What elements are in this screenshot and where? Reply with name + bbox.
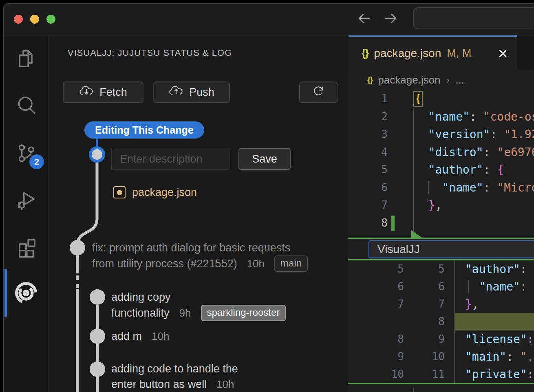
search-icon[interactable] [15,94,38,117]
extensions-icon[interactable] [15,236,38,258]
code-token: "code-oss", [483,110,534,123]
code-token: "e6976a2812" [497,145,534,159]
code-line: 4 "distro": "e6976a2812" [348,143,534,161]
code-line: 2 "name": "code-oss", [348,108,534,126]
commit-entry[interactable]: add m10h [111,328,348,344]
code-token: : [490,128,504,141]
forward-arrow-icon[interactable] [382,11,399,26]
commit-entry[interactable]: adding code to handle theenter button as… [111,361,348,392]
diff-new-line-number: 9 [409,330,445,348]
commit-time: 10h [216,377,234,392]
code-token: : [483,163,497,176]
code-token: "author" [465,262,520,276]
code-token: , [435,198,442,212]
file-name: package.json [132,186,197,199]
line-number: 7 [348,196,388,214]
fetch-button[interactable]: Fetch [63,81,143,103]
code-token: : [527,368,534,381]
tab-bar: {} package.json M, M × [348,35,534,70]
status-badge: Editing This Change [84,121,204,139]
diff-new-line-number: 6 [409,278,445,295]
commit-time: 9h [179,305,191,321]
code-editor[interactable]: 1{2 "name": "code-oss",3 "version": "1.9… [348,90,534,238]
diff-code-text: "license": "MIT", [465,330,534,348]
visualjj-icon[interactable] [15,282,38,304]
code-text: "name": "code-oss", [415,108,534,126]
visualjj-sidebar: VISUALJJ: JUJUTSU STATUS & LOG Fetch Pus… [49,35,348,392]
command-center-search-box[interactable] [413,7,534,29]
line-number: 2 [348,108,388,126]
refresh-button[interactable] [299,81,338,103]
diff-row: 77}, [348,295,534,313]
code-text: "name": "Microsoft" [415,179,534,197]
code-token: "version" [415,128,490,141]
scm-badge: 2 [29,154,44,169]
commit-entry[interactable]: adding copyfunctionality9hsparkling-roos… [111,289,348,321]
diff-view: 55"author": {66 "name": "Microsoft"77},8… [348,260,534,383]
diff-row: 66 "name": "Microsoft" [348,278,534,295]
code-token: } [415,198,435,212]
code-token: : [483,181,497,194]
commit-entry[interactable]: fix: prompt auth dialog for basic reques… [92,240,337,272]
line-number: 8 [348,214,388,232]
indent-guide [413,108,414,163]
code-token: : [520,262,534,276]
code-token: "distro" [415,145,483,159]
modified-file-icon [113,186,126,198]
code-token: "license" [465,333,527,346]
back-arrow-icon[interactable] [356,11,373,26]
commit-message-line: fix: prompt auth dialog for basic reques… [92,240,337,255]
commit-message-line: from utility process (#221552) [92,256,237,271]
commit-message-line: functionality [111,305,170,321]
code-token: { [415,92,421,106]
tab-package-json[interactable]: {} package.json M, M × [349,35,517,70]
tab-modified-badge: M, M [447,47,471,59]
code-token: "main" [465,350,506,363]
commit-message-line: enter button as well [111,377,207,392]
close-traffic-light[interactable] [14,15,23,24]
diff-code-text: "main": "./out" [465,348,534,366]
diff-old-line-number: 10 [348,366,404,383]
code-token: "name" [415,110,470,123]
branch-ref-badge[interactable]: sparkling-rooster [201,305,286,321]
refresh-icon [311,84,325,101]
push-button[interactable]: Push [153,81,230,103]
editor-area[interactable]: {} package.json M, M × {} package.json ›… [348,35,534,392]
code-line: 8 [348,214,534,232]
diff-old-line-number: 5 [348,260,404,278]
breadcrumb-file[interactable]: package.json [378,74,440,86]
close-icon[interactable]: × [498,45,508,62]
code-token: "author" [415,163,483,176]
cloud-download-icon [79,85,94,99]
peek-widget-arrow [411,230,422,238]
description-input[interactable] [111,148,229,170]
tab-filename: package.json [374,47,441,60]
breadcrumb-more[interactable]: ... [455,74,464,86]
breadcrumb[interactable]: {} package.json › ... [348,70,534,90]
line-number: 1 [348,90,388,108]
visualjj-inline-input[interactable] [369,240,534,258]
code-token: : [483,145,497,159]
activity-bar: 2 [4,35,49,392]
run-and-debug-icon[interactable] [15,188,38,211]
peek-widget-border-top [348,238,534,239]
minimize-traffic-light[interactable] [30,15,39,24]
code-text: "version": "1.92.0", [415,126,534,143]
save-button[interactable]: Save [238,148,291,170]
maximize-traffic-light[interactable] [46,15,55,24]
explorer-icon[interactable] [15,47,38,70]
diff-row: 55"author": { [348,260,534,278]
diff-code-text: "private": [465,366,534,383]
diff-new-line-number: 7 [409,295,445,313]
branch-ref-badge[interactable]: main [274,255,308,272]
diff-gutter-divider [454,260,455,383]
code-token: "name" [465,280,520,293]
titlebar [4,4,534,35]
code-token: "private" [465,368,527,381]
code-line: 6 "name": "Microsoft" [348,179,534,197]
changed-file-row[interactable]: package.json [113,184,197,200]
diff-new-line-number: 5 [409,260,445,278]
active-item-indicator [4,269,7,317]
line-number: 4 [348,143,388,161]
diff-old-line-number: 7 [348,295,404,313]
